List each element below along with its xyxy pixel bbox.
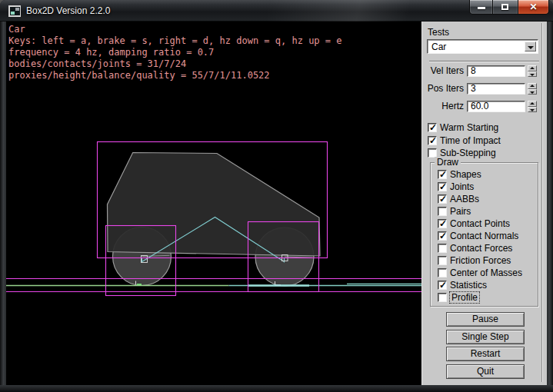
checkbox-label: Contact Normals [450, 231, 518, 241]
caption-buttons: ✕ [469, 0, 549, 15]
checkbox-contact-normals[interactable]: Contact Normals [438, 230, 522, 242]
spinner-row-hertz: Hertz60.0 [422, 101, 541, 112]
unchecked-checkbox-icon[interactable] [438, 207, 447, 216]
vel-iters-spinner [528, 65, 537, 77]
unchecked-checkbox-icon[interactable] [438, 293, 447, 302]
checked-checkbox-icon[interactable] [438, 194, 447, 204]
checkbox-label: Warm Starting [440, 122, 498, 133]
tests-label: Tests [428, 27, 449, 38]
draw-group-label: Draw [435, 157, 461, 168]
checkbox-friction-forces[interactable]: Friction Forces [438, 254, 522, 267]
hertz-spin-up[interactable] [528, 101, 537, 107]
checked-checkbox-icon[interactable] [438, 219, 447, 228]
pos-iters-spin-up[interactable] [528, 83, 537, 89]
checked-checkbox-icon[interactable] [438, 182, 447, 191]
spinner-row-vel-iters: Vel Iters8 [422, 65, 541, 77]
canvas-text-line: frequency = 4 hz, damping ratio = 0.7 [8, 47, 341, 58]
close-button[interactable]: ✕ [518, 0, 549, 15]
spinner-row-pos-iters: Pos Iters3 [422, 83, 541, 95]
checkbox-warm-starting[interactable]: Warm Starting [428, 121, 501, 135]
checked-checkbox-icon[interactable] [438, 231, 447, 241]
arrow-down-icon [530, 74, 535, 76]
checked-checkbox-icon[interactable] [438, 170, 447, 179]
tests-dropdown[interactable]: Car [427, 39, 538, 54]
unchecked-checkbox-icon[interactable] [438, 268, 447, 277]
hertz-input[interactable]: 60.0 [467, 101, 525, 112]
pause-button[interactable]: Pause [446, 312, 525, 327]
restart-button[interactable]: Restart [446, 347, 525, 361]
window-border-right [547, 22, 553, 385]
checkbox-label: Friction Forces [450, 255, 511, 266]
checkbox-label: Shapes [450, 169, 481, 180]
maximize-icon [501, 4, 508, 10]
checkbox-label: Profile [450, 292, 479, 303]
checkbox-time-of-impact[interactable]: Time of Impact [428, 135, 501, 148]
checkbox-statistics[interactable]: Statistics [438, 279, 522, 291]
pos-iters-input[interactable]: 3 [467, 83, 525, 95]
checkbox-label: Statistics [450, 280, 487, 291]
spinner-rows: Vel Iters8Pos Iters3Hertz60.0 [422, 65, 541, 118]
tests-dropdown-value: Car [431, 42, 446, 52]
single-step-button[interactable]: Single Step [446, 330, 525, 344]
checkbox-label: AABBs [450, 194, 479, 204]
chevron-down-icon [528, 46, 534, 49]
control-panel: Tests Car Vel Iters8Pos Iters3Hertz60.0 … [421, 22, 547, 385]
checkbox-center-of-masses[interactable]: Center of Masses [438, 267, 522, 279]
unchecked-checkbox-icon[interactable] [438, 256, 447, 265]
canvas-text-line: proxies/height/balance/quality = 55/7/1/… [8, 70, 341, 81]
checkbox-label: Pairs [450, 206, 471, 217]
window-border-left [0, 22, 6, 385]
close-icon: ✕ [518, 2, 548, 12]
dropdown-arrow-button[interactable] [525, 42, 536, 51]
maximize-button[interactable] [493, 0, 518, 15]
checkbox-label: Contact Points [450, 218, 510, 229]
canvas-text: CarKeys: left = a, brake = s, right = d,… [8, 24, 341, 81]
window-titlebar[interactable]: Box2D Version 2.2.0 ✕ [0, 0, 553, 22]
checkbox-contact-forces[interactable]: Contact Forces [438, 242, 522, 254]
quit-button[interactable]: Quit [446, 364, 525, 379]
checkbox-label: Joints [450, 181, 474, 192]
minimize-button[interactable] [469, 0, 493, 15]
settings-checkboxes: Warm StartingTime of ImpactSub-Stepping [428, 121, 501, 160]
checkbox-shapes[interactable]: Shapes [438, 168, 522, 181]
checkbox-joints[interactable]: Joints [438, 181, 522, 193]
titlebar-gloss [268, 0, 468, 22]
app-icon [8, 5, 21, 17]
arrow-up-icon [530, 85, 535, 87]
canvas-text-line: Keys: left = a, brake = s, right = d, hz… [8, 35, 341, 47]
arrow-down-icon [530, 91, 535, 94]
checked-checkbox-icon[interactable] [428, 123, 437, 132]
action-buttons: PauseSingle StepRestartQuit [446, 312, 525, 381]
window-border-bottom [0, 385, 553, 392]
simulation-canvas[interactable]: CarKeys: left = a, brake = s, right = d,… [6, 22, 421, 385]
vel-iters-spin-up[interactable] [528, 65, 537, 71]
arrow-up-icon [530, 102, 535, 105]
checkbox-contact-points[interactable]: Contact Points [438, 218, 522, 230]
checkbox-profile[interactable]: Profile [438, 291, 522, 304]
car-chassis [108, 153, 321, 257]
panel-column-groove [541, 23, 543, 382]
spinner-label: Pos Iters [422, 83, 467, 95]
app-window: Box2D Version 2.2.0 ✕ [0, 0, 553, 392]
canvas-text-line: Car [8, 24, 341, 35]
hertz-spin-down[interactable] [528, 107, 537, 113]
vel-iters-spin-down[interactable] [528, 71, 537, 78]
checked-checkbox-icon[interactable] [428, 136, 437, 145]
checked-checkbox-icon[interactable] [438, 281, 447, 290]
arrow-down-icon [530, 109, 535, 111]
vel-iters-input[interactable]: 8 [467, 65, 525, 77]
draw-checkboxes: ShapesJointsAABBsPairsContact PointsCont… [438, 168, 522, 304]
window-title: Box2D Version 2.2.0 [26, 5, 110, 16]
spinner-label: Vel Iters [422, 65, 467, 77]
pos-iters-spinner [528, 83, 537, 95]
arrow-up-icon [530, 67, 535, 69]
checkbox-aabbs[interactable]: AABBs [438, 193, 522, 205]
separator [429, 61, 539, 62]
unchecked-checkbox-icon[interactable] [438, 244, 447, 253]
minimize-icon [478, 7, 485, 9]
checkbox-pairs[interactable]: Pairs [438, 205, 522, 218]
canvas-text-line: bodies/contacts/joints = 31/7/24 [8, 58, 341, 70]
spinner-label: Hertz [422, 101, 467, 112]
pos-iters-spin-down[interactable] [528, 89, 537, 95]
hertz-spinner [528, 101, 537, 112]
